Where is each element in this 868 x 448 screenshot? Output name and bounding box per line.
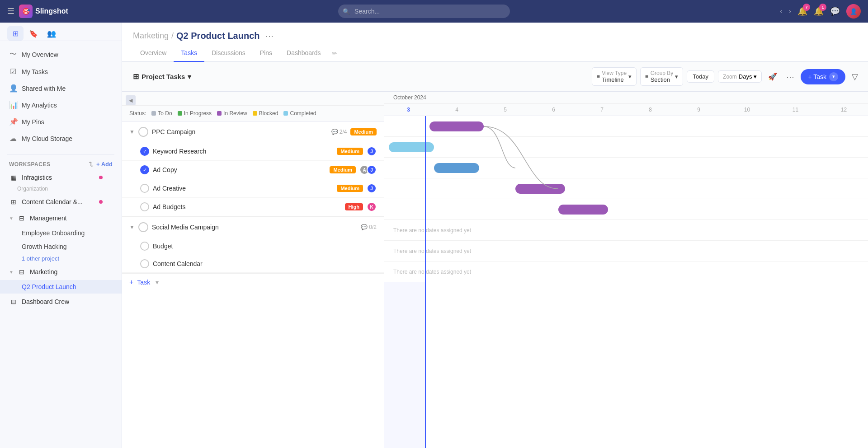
- section-header-social[interactable]: ▼ Social Media Campaign 💬 0/2: [122, 217, 384, 238]
- task-name-ad-copy: Ad Copy: [153, 166, 326, 173]
- gantt-bar-keyword: [389, 142, 434, 152]
- sidebar-item-my-cloud-storage[interactable]: ☁ My Cloud Storage: [0, 130, 122, 147]
- timeline-day-8: 8: [626, 104, 675, 116]
- tab-discussions[interactable]: Discussions: [204, 45, 253, 62]
- task-priority-keyword: Medium: [337, 148, 363, 155]
- workspace-item-dashboard-crew[interactable]: ⊟ Dashboard Crew ⋯: [0, 294, 122, 310]
- user-avatar[interactable]: 👤: [846, 4, 861, 19]
- gantt-bar-ppc: [429, 121, 484, 131]
- logo[interactable]: 🎯 Slingshot: [19, 5, 68, 18]
- cloud-icon: ☁: [9, 134, 17, 143]
- tab-overview[interactable]: Overview: [133, 45, 174, 62]
- tab-edit-icon[interactable]: ✏: [332, 50, 337, 57]
- add-task-plus-icon: +: [129, 278, 133, 286]
- sidebar-item-my-pins[interactable]: 📌 My Pins: [0, 113, 122, 130]
- filter-button[interactable]: ▽: [849, 70, 861, 84]
- tl-no-dates-content-cal: There are no dates assigned yet: [384, 269, 480, 275]
- project-tasks-button[interactable]: ⊞ Project Tasks ▾: [129, 70, 195, 83]
- shared-icon: 👤: [9, 84, 17, 93]
- status-todo: To Do: [151, 110, 172, 117]
- nav-back-arrow[interactable]: ‹: [780, 7, 782, 15]
- task-row-keyword-research[interactable]: ✓ Keyword Research Medium J: [122, 142, 384, 161]
- task-check-ad-creative[interactable]: [140, 184, 149, 193]
- tl-row-keyword: [384, 137, 868, 158]
- task-check-content-calendar[interactable]: [140, 259, 149, 268]
- task-avatar-ad-budgets-k: K: [367, 202, 377, 212]
- task-row-ad-creative[interactable]: Ad Creative Medium J: [122, 179, 384, 198]
- view-type-chevron: ▾: [628, 73, 632, 80]
- zoom-group[interactable]: Zoom Days ▾: [718, 70, 762, 83]
- status-bar-label: Status:: [129, 110, 146, 117]
- tl-row-ad-budgets: [384, 199, 868, 220]
- group-by-group[interactable]: ≡ Group By Section ▾: [640, 67, 683, 86]
- project-tasks-label: Project Tasks: [142, 73, 185, 80]
- sidebar-bookmark-tab[interactable]: 🔖: [25, 26, 42, 41]
- sidebar-label-my-tasks: My Tasks: [22, 68, 48, 75]
- hamburger-icon[interactable]: ☰: [7, 6, 14, 16]
- nav-forward-arrow[interactable]: ›: [789, 7, 791, 15]
- task-avatars-ad-budgets: K: [367, 202, 377, 212]
- sidebar-item-q2-product-launch[interactable]: Q2 Product Launch ⋯: [0, 280, 122, 294]
- search-input[interactable]: [338, 5, 510, 18]
- workspace-item-infragistics[interactable]: ▦ Infragistics ⋯: [0, 169, 122, 186]
- status-label-completed: Completed: [290, 110, 316, 117]
- group-by-icon: ≡: [645, 73, 649, 80]
- panel-toggle-button[interactable]: ◀: [126, 95, 136, 105]
- task-check-keyword[interactable]: ✓: [140, 147, 149, 156]
- workspace-name-dashboard-crew: Dashboard Crew: [22, 298, 103, 305]
- task-row-budget[interactable]: Budget: [122, 238, 384, 255]
- project-tasks-chevron: ▾: [188, 73, 191, 81]
- workspace-icon-infragistics: ▦: [9, 173, 18, 182]
- task-row-ad-budgets[interactable]: Ad Budgets High K: [122, 198, 384, 216]
- view-type-value: Timeline: [602, 76, 627, 83]
- task-row-content-calendar[interactable]: Content Calendar: [122, 255, 384, 273]
- sidebar-item-my-overview[interactable]: 〜 My Overview: [0, 46, 122, 63]
- today-button[interactable]: Today: [687, 70, 714, 83]
- sidebar-item-my-analytics[interactable]: 📊 My Analytics: [0, 97, 122, 113]
- add-task-button[interactable]: + Task ▾: [801, 69, 845, 84]
- breadcrumb-parent[interactable]: Marketing: [133, 31, 169, 41]
- more-options-button[interactable]: ⋯: [783, 70, 797, 84]
- rocket-button[interactable]: 🚀: [765, 70, 780, 84]
- group-by-value: Section: [651, 76, 674, 83]
- gantt-bar-ad-budgets: [558, 205, 608, 215]
- tab-pins[interactable]: Pins: [253, 45, 279, 62]
- overview-icon: 〜: [9, 50, 17, 59]
- sidebar-item-my-tasks[interactable]: ☑ My Tasks: [0, 63, 122, 80]
- task-row-ad-copy[interactable]: ✓ Ad Copy Medium A J: [122, 161, 384, 179]
- app-name: Slingshot: [35, 7, 68, 15]
- add-task-chevron[interactable]: ▾: [156, 279, 159, 286]
- ppc-section-circle: [138, 127, 148, 137]
- add-task-text[interactable]: Task: [137, 279, 150, 286]
- task-avatars-ad-copy: A J: [359, 165, 377, 175]
- tl-no-dates-budget: There are no dates assigned yet: [384, 248, 480, 254]
- task-check-budget[interactable]: [140, 242, 149, 251]
- workspace-icon-management: ⊟: [17, 214, 26, 223]
- add-workspace-button[interactable]: + Add: [96, 161, 113, 168]
- main-layout: ⊞ 🔖 👥 〜 My Overview ☑ My Tasks 👤 Shared …: [0, 23, 868, 448]
- workspace-item-marketing[interactable]: ▼ ⊟ Marketing ⋯: [0, 264, 122, 280]
- task-list-panel: ◀ Status: To Do In Progress In R: [122, 92, 384, 448]
- workspace-item-management[interactable]: ▼ ⊟ Management ⋯: [0, 210, 122, 226]
- task-check-ad-copy[interactable]: ✓: [140, 165, 149, 174]
- tab-tasks[interactable]: Tasks: [174, 45, 204, 62]
- chat-icon[interactable]: 💬: [830, 6, 840, 16]
- nav-right: ‹ › 🔔 7 🔔 1 💬 👤: [780, 4, 861, 19]
- other-project-link[interactable]: 1 other project: [0, 253, 122, 264]
- sort-icon[interactable]: ⇅: [89, 161, 94, 168]
- notifications-icon[interactable]: 🔔 7: [797, 6, 807, 16]
- sidebar-item-employee-onboarding[interactable]: Employee Onboarding ⋯: [0, 226, 122, 240]
- tab-dashboards[interactable]: Dashboards: [279, 45, 328, 62]
- workspace-item-content-calendar[interactable]: ⊞ Content Calendar &... ⋯: [0, 194, 122, 210]
- sidebar-users-tab[interactable]: 👥: [43, 26, 60, 41]
- section-ppc-campaign: ▼ PPC Campaign 💬 2/4 Medium ✓ Keyword Re…: [122, 121, 384, 217]
- view-type-group[interactable]: ≡ View Type Timeline ▾: [592, 67, 637, 86]
- task-check-ad-budgets[interactable]: [140, 202, 149, 211]
- sidebar-item-growth-hacking[interactable]: Growth Hacking ⋯: [0, 240, 122, 253]
- sidebar-label-my-analytics: My Analytics: [22, 102, 57, 109]
- sidebar-item-shared-with-me[interactable]: 👤 Shared with Me: [0, 80, 122, 97]
- breadcrumb-more-icon[interactable]: ⋯: [265, 31, 274, 41]
- alerts-icon[interactable]: 🔔 1: [814, 6, 824, 16]
- section-header-ppc[interactable]: ▼ PPC Campaign 💬 2/4 Medium: [122, 121, 384, 142]
- sidebar-layers-tab[interactable]: ⊞: [7, 26, 24, 41]
